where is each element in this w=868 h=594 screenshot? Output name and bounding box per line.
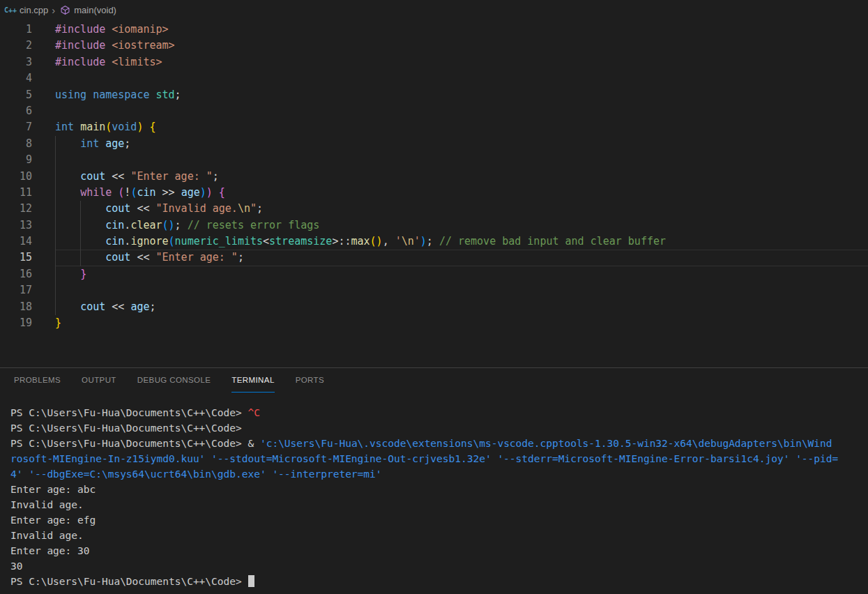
panel-tabs: PROBLEMSOUTPUTDEBUG CONSOLETERMINALPORTS bbox=[0, 368, 868, 393]
code-line[interactable]: 14 cin.ignore(numeric_limits<streamsize>… bbox=[0, 234, 868, 250]
code-text bbox=[55, 152, 868, 168]
terminal-line: PS C:\Users\Fu-Hua\Documents\C++\Code> ^… bbox=[10, 405, 868, 420]
code-text: while (!(cin >> age)) { bbox=[55, 185, 868, 201]
terminal-line: Enter age: 30 bbox=[10, 543, 868, 558]
terminal-line: 4' '--dbgExe=C:\msys64\ucrt64\bin\gdb.ex… bbox=[10, 466, 868, 482]
code-text: } bbox=[55, 266, 868, 282]
line-number: 5 bbox=[0, 87, 32, 103]
indent-guide bbox=[80, 250, 81, 266]
line-number: 19 bbox=[0, 315, 32, 331]
code-line[interactable]: 11 while (!(cin >> age)) { bbox=[0, 185, 868, 201]
code-line[interactable]: 15 cout << "Enter age: "; bbox=[0, 250, 868, 266]
indent-guide bbox=[55, 218, 56, 234]
code-text bbox=[55, 70, 868, 86]
indent-guide bbox=[55, 266, 56, 282]
indent-guide bbox=[55, 169, 56, 185]
code-line[interactable]: 1#include <iomanip> bbox=[0, 22, 868, 38]
line-number: 6 bbox=[0, 103, 32, 119]
panel-tab-output[interactable]: OUTPUT bbox=[82, 368, 116, 393]
code-text: cin.clear(); // resets error flags bbox=[55, 218, 868, 234]
line-number: 2 bbox=[0, 38, 32, 54]
code-text: cout << age; bbox=[55, 299, 868, 315]
terminal-line: 30 bbox=[10, 558, 868, 574]
indent-guide bbox=[80, 234, 81, 250]
cpp-file-icon: C++ bbox=[4, 6, 17, 14]
terminal-output[interactable]: PS C:\Users\Fu-Hua\Documents\C++\Code> ^… bbox=[0, 393, 868, 594]
panel-tab-debug-console[interactable]: DEBUG CONSOLE bbox=[137, 368, 211, 393]
line-number: 11 bbox=[0, 185, 32, 201]
indent-guide bbox=[80, 218, 81, 234]
code-line[interactable]: 13 cin.clear(); // resets error flags bbox=[0, 218, 868, 234]
indent-guide bbox=[55, 250, 56, 266]
terminal-cursor bbox=[248, 575, 254, 587]
line-number: 1 bbox=[0, 22, 32, 38]
code-text: #include <iostream> bbox=[55, 38, 868, 54]
code-line[interactable]: 16 } bbox=[0, 266, 868, 282]
code-editor[interactable]: 1#include <iomanip>2#include <iostream>3… bbox=[0, 20, 868, 367]
line-number: 9 bbox=[0, 152, 32, 168]
line-number: 16 bbox=[0, 266, 32, 282]
breadcrumb: C++ cin.cpp › main(void) bbox=[0, 0, 868, 20]
panel-tab-terminal[interactable]: TERMINAL bbox=[231, 368, 274, 393]
terminal-line: rosoft-MIEngine-In-z15iymd0.kuu' '--stdo… bbox=[10, 451, 868, 466]
code-text: cin.ignore(numeric_limits<streamsize>::m… bbox=[55, 234, 868, 250]
code-line[interactable]: 12 cout << "Invalid age.\n"; bbox=[0, 201, 868, 217]
indent-guide bbox=[55, 136, 56, 152]
line-number: 8 bbox=[0, 136, 32, 152]
indent-guide bbox=[55, 152, 56, 168]
bottom-panel: PROBLEMSOUTPUTDEBUG CONSOLETERMINALPORTS… bbox=[0, 367, 868, 594]
code-text: } bbox=[55, 315, 868, 331]
code-text: #include <iomanip> bbox=[55, 22, 868, 38]
line-number: 4 bbox=[0, 70, 32, 86]
code-line[interactable]: 8 int age; bbox=[0, 136, 868, 152]
terminal-line: PS C:\Users\Fu-Hua\Documents\C++\Code> bbox=[10, 420, 868, 436]
line-number: 18 bbox=[0, 299, 32, 315]
line-number: 14 bbox=[0, 234, 32, 250]
indent-guide bbox=[55, 201, 56, 217]
code-line[interactable]: 3#include <limits> bbox=[0, 54, 868, 70]
code-text bbox=[55, 103, 868, 119]
code-line[interactable]: 10 cout << "Enter age: "; bbox=[0, 169, 868, 185]
indent-guide bbox=[55, 234, 56, 250]
line-number: 7 bbox=[0, 119, 32, 135]
vscode-window: C++ cin.cpp › main(void) 1#include <ioma… bbox=[0, 0, 868, 594]
terminal-line: Invalid age. bbox=[10, 528, 868, 543]
panel-tab-problems[interactable]: PROBLEMS bbox=[14, 368, 61, 393]
code-text: using namespace std; bbox=[55, 87, 868, 103]
code-line[interactable]: 2#include <iostream> bbox=[0, 38, 868, 54]
code-text: cout << "Enter age: "; bbox=[55, 250, 868, 266]
breadcrumb-file[interactable]: cin.cpp bbox=[20, 5, 48, 15]
code-text bbox=[55, 282, 868, 298]
indent-guide bbox=[55, 282, 56, 298]
terminal-line: PS C:\Users\Fu-Hua\Documents\C++\Code> bbox=[10, 574, 868, 589]
terminal-line: Enter age: efg bbox=[10, 512, 868, 528]
line-number: 15 bbox=[0, 250, 32, 266]
code-line[interactable]: 18 cout << age; bbox=[0, 299, 868, 315]
code-line[interactable]: 17 bbox=[0, 282, 868, 298]
code-line[interactable]: 6 bbox=[0, 103, 868, 119]
terminal-line: Invalid age. bbox=[10, 497, 868, 512]
terminal-line: PS C:\Users\Fu-Hua\Documents\C++\Code> &… bbox=[10, 436, 868, 451]
code-line[interactable]: 9 bbox=[0, 152, 868, 168]
panel-tab-ports[interactable]: PORTS bbox=[296, 368, 324, 393]
code-text: cout << "Invalid age.\n"; bbox=[55, 201, 868, 217]
line-number: 17 bbox=[0, 282, 32, 298]
line-number: 3 bbox=[0, 54, 32, 70]
indent-guide bbox=[55, 185, 56, 201]
code-text: int main(void) { bbox=[55, 119, 868, 135]
code-line[interactable]: 4 bbox=[0, 70, 868, 86]
symbol-method-icon bbox=[60, 5, 70, 15]
indent-guide bbox=[80, 201, 81, 217]
chevron-right-icon: › bbox=[52, 4, 55, 16]
code-line[interactable]: 5using namespace std; bbox=[0, 87, 868, 103]
line-number: 13 bbox=[0, 218, 32, 234]
code-text: int age; bbox=[55, 136, 868, 152]
line-number: 10 bbox=[0, 169, 32, 185]
indent-guide bbox=[55, 299, 56, 315]
line-number: 12 bbox=[0, 201, 32, 217]
code-line[interactable]: 19} bbox=[0, 315, 868, 331]
code-text: cout << "Enter age: "; bbox=[55, 169, 868, 185]
breadcrumb-symbol[interactable]: main(void) bbox=[74, 5, 116, 15]
code-text: #include <limits> bbox=[55, 54, 868, 70]
code-line[interactable]: 7int main(void) { bbox=[0, 119, 868, 135]
